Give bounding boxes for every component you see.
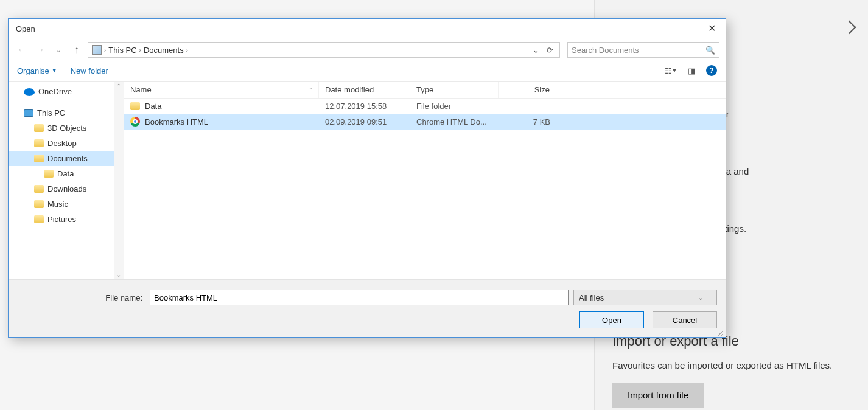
dialog-navbar: ← → ⌄ ↑ › This PC › Documents › ⌄ ⟳ Sear… bbox=[9, 38, 726, 61]
sidebar-label: Desktop bbox=[47, 139, 77, 148]
chevron-down-icon: ▼ bbox=[52, 68, 57, 74]
sidebar-label: Music bbox=[47, 200, 68, 209]
organise-menu[interactable]: Organise ▼ bbox=[17, 66, 57, 75]
sidebar-label: Data bbox=[57, 169, 74, 178]
dialog-title: Open bbox=[16, 24, 35, 33]
close-button[interactable]: ✕ bbox=[698, 19, 726, 38]
sidebar-scrollbar[interactable] bbox=[114, 82, 124, 279]
sidebar-item-documents[interactable]: Documents bbox=[9, 151, 124, 166]
view-options-icon[interactable]: ☷ ▼ bbox=[665, 66, 677, 75]
file-date: 12.07.2019 15:58 bbox=[319, 99, 410, 114]
col-header-size[interactable]: Size bbox=[499, 82, 556, 98]
col-header-name[interactable]: Name ˄ bbox=[124, 82, 319, 98]
filename-input[interactable] bbox=[150, 290, 569, 305]
thispc-icon bbox=[24, 109, 33, 117]
back-arrow-icon[interactable]: ← bbox=[15, 43, 29, 57]
file-row[interactable]: Data 12.07.2019 15:58 File folder bbox=[124, 99, 726, 114]
file-size: 7 KB bbox=[499, 114, 556, 130]
pin-icon[interactable] bbox=[846, 18, 856, 34]
chevron-right-icon: › bbox=[186, 47, 188, 54]
onedrive-icon bbox=[24, 88, 35, 96]
filename-label: File name: bbox=[17, 293, 145, 302]
sidebar-item-onedrive[interactable]: OneDrive bbox=[9, 84, 124, 99]
file-type: File folder bbox=[410, 99, 499, 114]
up-arrow-icon[interactable]: ↑ bbox=[69, 43, 84, 57]
new-folder-button[interactable]: New folder bbox=[71, 66, 108, 75]
sidebar-item-pictures[interactable]: Pictures bbox=[9, 212, 124, 227]
resize-grip-icon[interactable] bbox=[716, 328, 723, 336]
folder-icon bbox=[34, 124, 44, 132]
breadcrumb-bar[interactable]: › This PC › Documents › ⌄ ⟳ bbox=[88, 42, 560, 58]
file-row[interactable]: Bookmarks HTML 02.09.2019 09:51 Chrome H… bbox=[124, 114, 726, 130]
folder-icon bbox=[34, 200, 44, 208]
sort-asc-icon: ˄ bbox=[309, 87, 312, 93]
file-list: Name ˄ Date modified Type Size Data 12.0… bbox=[124, 82, 726, 279]
dialog-footer: File name: All files ⌄ Open Cancel bbox=[9, 279, 726, 337]
folder-icon bbox=[130, 102, 140, 110]
sidebar-item-3dobjects[interactable]: 3D Objects bbox=[9, 120, 124, 136]
file-date: 02.09.2019 09:51 bbox=[319, 114, 410, 130]
sidebar-label: Documents bbox=[47, 154, 88, 163]
sidebar-label: Pictures bbox=[47, 215, 76, 224]
col-label: Name bbox=[130, 85, 152, 94]
forward-arrow-icon[interactable]: → bbox=[33, 43, 47, 57]
sidebar-label: OneDrive bbox=[38, 87, 72, 96]
sidebar-item-data[interactable]: Data bbox=[9, 166, 124, 181]
breadcrumb-dropdown-icon[interactable]: ⌄ bbox=[530, 46, 542, 55]
file-name: Bookmarks HTML bbox=[145, 117, 208, 127]
folder-icon bbox=[44, 170, 54, 178]
chevron-right-icon: › bbox=[104, 47, 106, 54]
dialog-titlebar: Open ✕ bbox=[9, 19, 726, 38]
refresh-icon[interactable]: ⟳ bbox=[544, 46, 556, 55]
folder-icon bbox=[34, 215, 44, 223]
sidebar-label: 3D Objects bbox=[47, 123, 86, 133]
file-filter-select[interactable]: All files ⌄ bbox=[573, 290, 717, 305]
search-placeholder: Search Documents bbox=[572, 46, 639, 55]
col-header-type[interactable]: Type bbox=[410, 82, 499, 98]
preview-pane-icon[interactable]: ◨ bbox=[685, 66, 698, 75]
bg-subtext: Favourites can be imported or exported a… bbox=[612, 360, 856, 370]
search-box[interactable]: Search Documents 🔍 bbox=[567, 42, 719, 58]
sidebar-label: Downloads bbox=[47, 184, 86, 193]
col-header-date[interactable]: Date modified bbox=[319, 82, 410, 98]
navigation-tree: OneDrive This PC 3D Objects Desktop Docu… bbox=[9, 82, 124, 279]
sidebar-item-desktop[interactable]: Desktop bbox=[9, 136, 124, 151]
organise-label: Organise bbox=[17, 66, 49, 75]
column-headers: Name ˄ Date modified Type Size bbox=[124, 82, 726, 99]
sidebar-label: This PC bbox=[37, 108, 65, 117]
chevron-right-icon: › bbox=[139, 47, 141, 54]
folder-icon bbox=[34, 185, 44, 193]
file-type: Chrome HTML Do... bbox=[410, 114, 499, 130]
import-from-file-button[interactable]: Import from file bbox=[612, 383, 704, 408]
sidebar-item-music[interactable]: Music bbox=[9, 196, 124, 212]
chrome-icon bbox=[130, 117, 140, 127]
folder-icon bbox=[34, 155, 44, 162]
dialog-toolbar: Organise ▼ New folder ☷ ▼ ◨ ? bbox=[9, 61, 726, 82]
chevron-down-icon: ⌄ bbox=[698, 294, 703, 301]
crumb-documents[interactable]: Documents bbox=[144, 46, 184, 55]
open-file-dialog: Open ✕ ← → ⌄ ↑ › This PC › Documents › ⌄… bbox=[8, 18, 726, 338]
search-icon[interactable]: 🔍 bbox=[705, 46, 715, 55]
folder-icon bbox=[34, 139, 44, 147]
open-button[interactable]: Open bbox=[579, 311, 644, 328]
file-size bbox=[499, 103, 556, 109]
file-name: Data bbox=[145, 102, 161, 111]
help-icon[interactable]: ? bbox=[706, 65, 717, 76]
sidebar-item-thispc[interactable]: This PC bbox=[9, 105, 124, 120]
breadcrumb-root-icon bbox=[92, 45, 102, 55]
cancel-button[interactable]: Cancel bbox=[653, 311, 717, 328]
recent-chevron-icon[interactable]: ⌄ bbox=[51, 43, 66, 57]
filter-label: All files bbox=[579, 293, 604, 302]
crumb-thispc[interactable]: This PC bbox=[108, 46, 136, 55]
sidebar-item-downloads[interactable]: Downloads bbox=[9, 181, 124, 196]
